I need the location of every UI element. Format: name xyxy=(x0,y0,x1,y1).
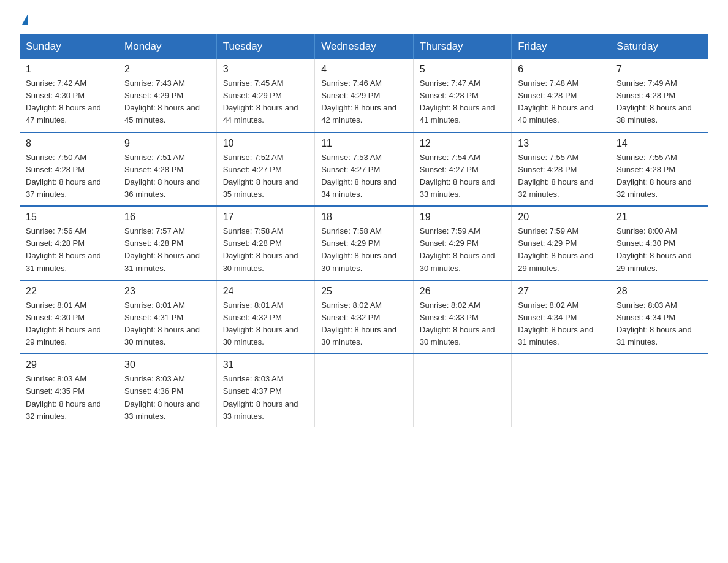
day-info: Sunrise: 8:01 AMSunset: 4:32 PMDaylight:… xyxy=(223,301,298,347)
day-number: 11 xyxy=(321,138,407,149)
calendar-week-row: 1Sunrise: 7:42 AMSunset: 4:30 PMDaylight… xyxy=(20,59,708,132)
day-info: Sunrise: 7:57 AMSunset: 4:28 PMDaylight:… xyxy=(124,226,200,272)
day-info: Sunrise: 8:02 AMSunset: 4:34 PMDaylight:… xyxy=(518,301,593,347)
calendar-day-cell: 27Sunrise: 8:02 AMSunset: 4:34 PMDayligh… xyxy=(512,280,610,354)
calendar-day-cell: 29Sunrise: 8:03 AMSunset: 4:35 PMDayligh… xyxy=(20,354,118,427)
calendar-day-cell: 14Sunrise: 7:55 AMSunset: 4:28 PMDayligh… xyxy=(610,132,708,207)
calendar-day-cell: 25Sunrise: 8:02 AMSunset: 4:32 PMDayligh… xyxy=(315,280,414,354)
day-number: 19 xyxy=(420,212,506,223)
day-info: Sunrise: 8:03 AMSunset: 4:37 PMDaylight:… xyxy=(223,374,298,420)
calendar-day-cell: 12Sunrise: 7:54 AMSunset: 4:27 PMDayligh… xyxy=(413,132,512,207)
day-number: 22 xyxy=(26,286,112,297)
day-info: Sunrise: 8:01 AMSunset: 4:31 PMDaylight:… xyxy=(124,301,200,347)
day-info: Sunrise: 7:50 AMSunset: 4:28 PMDaylight:… xyxy=(26,153,101,199)
calendar-day-cell: 1Sunrise: 7:42 AMSunset: 4:30 PMDaylight… xyxy=(20,59,118,132)
day-number: 12 xyxy=(420,138,506,149)
day-number: 30 xyxy=(124,359,210,370)
calendar-week-row: 8Sunrise: 7:50 AMSunset: 4:28 PMDaylight… xyxy=(20,132,708,207)
day-number: 20 xyxy=(518,212,604,223)
calendar-day-cell xyxy=(315,354,414,427)
day-number: 28 xyxy=(616,286,702,297)
calendar-day-cell: 18Sunrise: 7:58 AMSunset: 4:29 PMDayligh… xyxy=(315,206,414,280)
calendar-day-cell: 10Sunrise: 7:52 AMSunset: 4:27 PMDayligh… xyxy=(216,132,315,207)
day-info: Sunrise: 7:58 AMSunset: 4:29 PMDaylight:… xyxy=(321,226,396,272)
calendar-day-cell: 11Sunrise: 7:53 AMSunset: 4:27 PMDayligh… xyxy=(315,132,414,207)
day-number: 23 xyxy=(124,286,210,297)
day-number: 29 xyxy=(26,359,112,370)
calendar-day-cell: 3Sunrise: 7:45 AMSunset: 4:29 PMDaylight… xyxy=(216,59,315,132)
calendar-week-row: 29Sunrise: 8:03 AMSunset: 4:35 PMDayligh… xyxy=(20,354,708,427)
day-info: Sunrise: 7:47 AMSunset: 4:28 PMDaylight:… xyxy=(420,79,495,124)
weekday-header-wednesday: Wednesday xyxy=(315,34,414,59)
calendar-day-cell: 22Sunrise: 8:01 AMSunset: 4:30 PMDayligh… xyxy=(20,280,118,354)
day-info: Sunrise: 7:46 AMSunset: 4:29 PMDaylight:… xyxy=(321,79,396,124)
day-info: Sunrise: 7:42 AMSunset: 4:30 PMDaylight:… xyxy=(26,79,101,124)
calendar-day-cell: 21Sunrise: 8:00 AMSunset: 4:30 PMDayligh… xyxy=(610,206,708,280)
day-info: Sunrise: 7:45 AMSunset: 4:29 PMDaylight:… xyxy=(223,79,298,124)
day-number: 17 xyxy=(223,212,309,223)
day-number: 25 xyxy=(321,286,407,297)
day-number: 18 xyxy=(321,212,407,223)
day-info: Sunrise: 7:49 AMSunset: 4:28 PMDaylight:… xyxy=(616,79,692,124)
day-number: 13 xyxy=(518,138,604,149)
calendar-day-cell: 2Sunrise: 7:43 AMSunset: 4:29 PMDaylight… xyxy=(118,59,217,132)
day-number: 24 xyxy=(223,286,309,297)
weekday-header-tuesday: Tuesday xyxy=(216,34,315,59)
day-info: Sunrise: 7:59 AMSunset: 4:29 PMDaylight:… xyxy=(518,226,593,272)
calendar-day-cell xyxy=(413,354,512,427)
logo xyxy=(20,15,28,22)
day-info: Sunrise: 7:52 AMSunset: 4:27 PMDaylight:… xyxy=(223,153,298,199)
day-number: 9 xyxy=(124,138,210,149)
calendar-day-cell: 16Sunrise: 7:57 AMSunset: 4:28 PMDayligh… xyxy=(118,206,217,280)
day-number: 27 xyxy=(518,286,604,297)
calendar-header: SundayMondayTuesdayWednesdayThursdayFrid… xyxy=(20,34,708,59)
day-info: Sunrise: 7:58 AMSunset: 4:28 PMDaylight:… xyxy=(223,226,298,272)
day-info: Sunrise: 7:55 AMSunset: 4:28 PMDaylight:… xyxy=(616,153,692,199)
calendar-day-cell: 28Sunrise: 8:03 AMSunset: 4:34 PMDayligh… xyxy=(610,280,708,354)
day-info: Sunrise: 7:53 AMSunset: 4:27 PMDaylight:… xyxy=(321,153,396,199)
day-number: 26 xyxy=(420,286,506,297)
calendar-day-cell: 24Sunrise: 8:01 AMSunset: 4:32 PMDayligh… xyxy=(216,280,315,354)
calendar-day-cell: 7Sunrise: 7:49 AMSunset: 4:28 PMDaylight… xyxy=(610,59,708,132)
day-number: 3 xyxy=(223,64,309,75)
day-info: Sunrise: 7:54 AMSunset: 4:27 PMDaylight:… xyxy=(420,153,495,199)
calendar-body: 1Sunrise: 7:42 AMSunset: 4:30 PMDaylight… xyxy=(20,59,708,427)
calendar-day-cell: 30Sunrise: 8:03 AMSunset: 4:36 PMDayligh… xyxy=(118,354,217,427)
day-number: 15 xyxy=(26,212,112,223)
day-number: 1 xyxy=(26,64,112,75)
day-info: Sunrise: 7:59 AMSunset: 4:29 PMDaylight:… xyxy=(420,226,495,272)
day-number: 6 xyxy=(518,64,604,75)
day-number: 4 xyxy=(321,64,407,75)
day-info: Sunrise: 7:51 AMSunset: 4:28 PMDaylight:… xyxy=(124,153,200,199)
day-info: Sunrise: 8:01 AMSunset: 4:30 PMDaylight:… xyxy=(26,301,101,347)
calendar-day-cell: 5Sunrise: 7:47 AMSunset: 4:28 PMDaylight… xyxy=(413,59,512,132)
day-number: 5 xyxy=(420,64,506,75)
weekday-header-row: SundayMondayTuesdayWednesdayThursdayFrid… xyxy=(20,34,708,59)
calendar-day-cell: 6Sunrise: 7:48 AMSunset: 4:28 PMDaylight… xyxy=(512,59,610,132)
day-number: 21 xyxy=(616,212,702,223)
day-info: Sunrise: 7:55 AMSunset: 4:28 PMDaylight:… xyxy=(518,153,593,199)
logo-triangle-icon xyxy=(22,13,28,25)
calendar-day-cell: 17Sunrise: 7:58 AMSunset: 4:28 PMDayligh… xyxy=(216,206,315,280)
calendar-day-cell: 4Sunrise: 7:46 AMSunset: 4:29 PMDaylight… xyxy=(315,59,414,132)
day-number: 8 xyxy=(26,138,112,149)
day-info: Sunrise: 8:03 AMSunset: 4:36 PMDaylight:… xyxy=(124,374,200,420)
day-info: Sunrise: 7:48 AMSunset: 4:28 PMDaylight:… xyxy=(518,79,593,124)
day-info: Sunrise: 8:03 AMSunset: 4:35 PMDaylight:… xyxy=(26,374,101,420)
calendar-day-cell: 23Sunrise: 8:01 AMSunset: 4:31 PMDayligh… xyxy=(118,280,217,354)
page-header xyxy=(20,15,708,22)
calendar-day-cell: 19Sunrise: 7:59 AMSunset: 4:29 PMDayligh… xyxy=(413,206,512,280)
calendar-day-cell: 9Sunrise: 7:51 AMSunset: 4:28 PMDaylight… xyxy=(118,132,217,207)
day-info: Sunrise: 8:02 AMSunset: 4:33 PMDaylight:… xyxy=(420,301,495,347)
day-info: Sunrise: 8:03 AMSunset: 4:34 PMDaylight:… xyxy=(616,301,692,347)
day-number: 7 xyxy=(616,64,702,75)
weekday-header-friday: Friday xyxy=(512,34,610,59)
calendar-day-cell: 15Sunrise: 7:56 AMSunset: 4:28 PMDayligh… xyxy=(20,206,118,280)
calendar-day-cell: 20Sunrise: 7:59 AMSunset: 4:29 PMDayligh… xyxy=(512,206,610,280)
weekday-header-saturday: Saturday xyxy=(610,34,708,59)
day-info: Sunrise: 7:56 AMSunset: 4:28 PMDaylight:… xyxy=(26,226,101,272)
calendar-week-row: 15Sunrise: 7:56 AMSunset: 4:28 PMDayligh… xyxy=(20,206,708,280)
day-info: Sunrise: 8:02 AMSunset: 4:32 PMDaylight:… xyxy=(321,301,396,347)
calendar-day-cell: 13Sunrise: 7:55 AMSunset: 4:28 PMDayligh… xyxy=(512,132,610,207)
day-number: 10 xyxy=(223,138,309,149)
